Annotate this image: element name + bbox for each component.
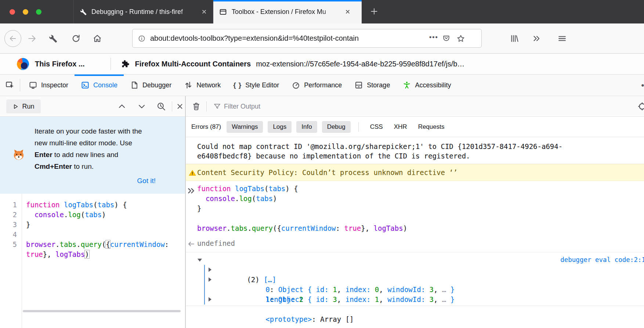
- firefox-logo-icon: [17, 58, 29, 70]
- devtools-tabbar: Inspector Console Debugger Network { } S…: [0, 74, 644, 96]
- expand-caret-icon[interactable]: [209, 297, 211, 302]
- style-editor-icon: { }: [233, 81, 242, 89]
- input-echo-message: function logTabs(tabs) { console.log(tab…: [186, 181, 644, 236]
- home-button[interactable]: [93, 34, 102, 43]
- page-actions-icon[interactable]: •••: [429, 33, 438, 41]
- warning-text: Content Security Policy: Couldn’t proces…: [197, 168, 457, 176]
- tab-debugger[interactable]: Debugger: [124, 74, 178, 96]
- info-icon[interactable]: [138, 34, 146, 43]
- menu-hamburger-icon[interactable]: [557, 34, 567, 43]
- debugger-icon: [130, 81, 139, 90]
- separator: [206, 101, 207, 112]
- filter-css[interactable]: CSS: [369, 121, 384, 133]
- forward-button[interactable]: [27, 34, 37, 43]
- tab-inspector[interactable]: Inspector: [22, 74, 75, 96]
- tab-label: Debugger: [142, 81, 171, 89]
- back-button[interactable]: [4, 30, 21, 47]
- reverse-search-icon[interactable]: [156, 102, 166, 111]
- console-toolbar: Filter Output: [186, 96, 644, 117]
- separator: [358, 122, 359, 132]
- close-tab-icon[interactable]: [345, 9, 351, 15]
- console-editor-pane: Run: [0, 96, 185, 328]
- minimize-window-button[interactable]: [23, 9, 28, 15]
- runtime-label: This Firefox ...: [35, 60, 85, 68]
- accessibility-icon: [402, 81, 411, 90]
- got-it-link[interactable]: Got it!: [13, 177, 178, 185]
- storage-icon: [354, 81, 363, 90]
- filter-debug[interactable]: Debug: [322, 121, 351, 133]
- close-window-button[interactable]: [10, 9, 15, 15]
- tab-storage[interactable]: Storage: [348, 74, 396, 96]
- tab-accessibility[interactable]: Accessibility: [396, 74, 457, 96]
- pocket-icon[interactable]: [442, 34, 451, 43]
- close-editor-icon[interactable]: [176, 102, 184, 110]
- run-label: Run: [22, 103, 34, 110]
- source-link[interactable]: debugger eval code:2:1: [560, 255, 644, 265]
- debug-target-bar: This Firefox ... Firefox Multi-Account C…: [0, 54, 644, 74]
- warning-message-csp: Content Security Policy: Couldn’t proces…: [186, 164, 644, 181]
- filter-xhr[interactable]: XHR: [393, 121, 408, 133]
- message-line: Could not map contract ID '@mozilla.org/…: [197, 142, 644, 151]
- filter-logs[interactable]: Logs: [268, 121, 292, 133]
- url-text[interactable]: about:devtools-toolbox?type=extension&id…: [150, 34, 429, 43]
- clear-console-trash-icon[interactable]: [192, 102, 201, 111]
- editor-onboarding-notice: Iterate on your code faster with thenew …: [0, 117, 185, 194]
- expand-caret-icon[interactable]: [209, 267, 211, 272]
- object-row-1[interactable]: 1: Object { id: 3, index: 1, windowId: 3…: [205, 275, 644, 285]
- browser-tab-debugging[interactable]: Debugging - Runtime / this-firef: [73, 0, 213, 23]
- filter-output-input[interactable]: Filter Output: [224, 102, 260, 110]
- firefox-window: Debugging - Runtime / this-firef Toolbox…: [0, 0, 644, 328]
- node-picker-icon[interactable]: [0, 74, 20, 96]
- tab-style-editor[interactable]: { } Style Editor: [227, 74, 285, 96]
- console-output-pane: Filter Output Errors (87) Warnings Logs …: [186, 96, 644, 328]
- console-icon: [81, 81, 90, 90]
- inspector-icon: [29, 81, 37, 90]
- overflow-chevrons-icon[interactable]: [532, 34, 541, 43]
- tab-label: Performance: [304, 81, 342, 89]
- cutoff-icon[interactable]: [637, 102, 644, 111]
- toolbox-overflow-menu-icon[interactable]: ••: [641, 74, 644, 96]
- tab-label: Console: [93, 81, 117, 89]
- toolbox-icon: [219, 8, 227, 16]
- undefined-value: undefined: [197, 239, 235, 247]
- filter-errors[interactable]: Errors (87): [191, 121, 222, 133]
- new-tab-button[interactable]: [369, 7, 379, 16]
- tab-console[interactable]: Console: [75, 74, 124, 96]
- network-icon: [184, 81, 193, 90]
- tab-label: Accessibility: [415, 81, 451, 89]
- filter-warnings[interactable]: Warnings: [227, 121, 263, 133]
- editor-horizontal-scrollbar[interactable]: [23, 310, 181, 312]
- library-icon[interactable]: [510, 34, 519, 43]
- tab-performance[interactable]: Performance: [285, 74, 348, 96]
- browser-tab-toolbox[interactable]: Toolbox - Extension / Firefox Mu: [213, 0, 362, 23]
- filter-requests[interactable]: Requests: [417, 121, 445, 133]
- fox-icon: [12, 148, 26, 162]
- history-next-icon[interactable]: [137, 102, 146, 111]
- notice-text: Iterate on your code faster with thenew …: [35, 125, 178, 172]
- collapse-caret-icon[interactable]: [198, 259, 202, 262]
- history-prev-icon[interactable]: [117, 102, 126, 111]
- input-chevrons-icon: [187, 186, 196, 196]
- reload-button[interactable]: [71, 34, 81, 43]
- zoom-window-button[interactable]: [36, 9, 41, 15]
- developer-wrench-icon[interactable]: [48, 34, 57, 43]
- expand-caret-icon[interactable]: [209, 277, 211, 282]
- url-bar[interactable]: about:devtools-toolbox?type=extension&id…: [132, 29, 482, 48]
- prototype-row[interactable]: <prototype>: Array []: [205, 295, 644, 305]
- line-number-gutter: 12345: [0, 194, 22, 328]
- bookmark-star-icon[interactable]: [456, 34, 465, 43]
- tab-label: Storage: [367, 81, 390, 89]
- editor-toolbar: Run: [0, 96, 185, 117]
- array-preview-row: (2) […] debugger eval code:2:1: [186, 255, 644, 265]
- filter-funnel-icon: [213, 102, 221, 110]
- multiline-editor[interactable]: 12345 function logTabs(tabs) { console.l…: [0, 194, 185, 328]
- object-row-0[interactable]: 0: Object { id: 1, index: 0, windowId: 3…: [205, 265, 644, 275]
- close-tab-icon[interactable]: [201, 9, 207, 15]
- run-button[interactable]: Run: [6, 99, 41, 113]
- filter-info[interactable]: Info: [296, 121, 317, 133]
- object-tree: 0: Object { id: 1, index: 0, windowId: 3…: [204, 265, 644, 305]
- editor-code[interactable]: function logTabs(tabs) { console.log(tab…: [22, 194, 169, 328]
- console-filter-bar: Errors (87) Warnings Logs Info Debug CSS…: [186, 117, 644, 137]
- warning-icon: [188, 169, 196, 177]
- tab-network[interactable]: Network: [178, 74, 227, 96]
